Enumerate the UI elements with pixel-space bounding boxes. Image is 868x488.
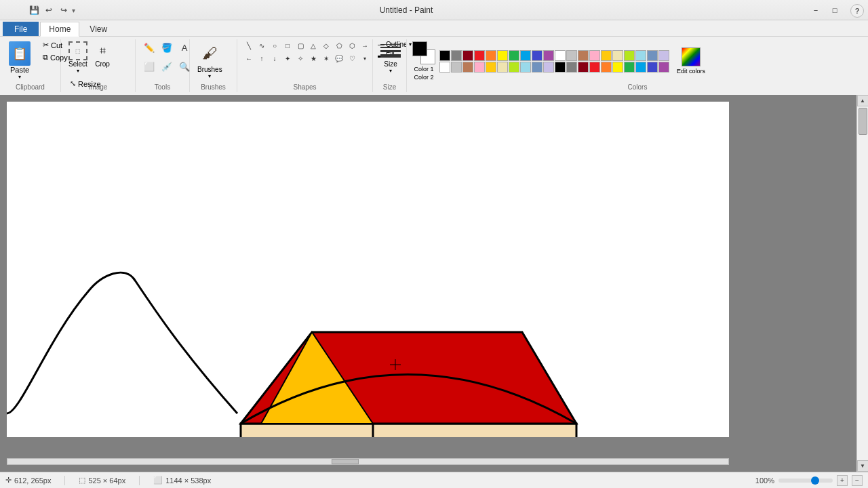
tab-home[interactable]: Home xyxy=(40,22,79,37)
hexagon-shape[interactable]: ⬡ xyxy=(346,39,358,52)
color-cell-1-14[interactable] xyxy=(601,62,612,73)
color-cell-1-6[interactable] xyxy=(509,62,519,73)
color-cell-1-11[interactable] xyxy=(566,62,577,73)
scroll-down-button[interactable]: ▼ xyxy=(857,460,869,472)
color-cell-1-15[interactable] xyxy=(612,62,623,73)
color-cell-1-19[interactable] xyxy=(658,62,669,73)
pentagon-shape[interactable]: ⬠ xyxy=(333,39,345,52)
leftarrow-shape[interactable]: ← xyxy=(243,52,255,64)
crop-button[interactable]: ⌗ Crop xyxy=(91,39,114,76)
color-cell-0-4[interactable] xyxy=(486,50,496,61)
pencil-button[interactable]: ✏️ xyxy=(141,39,157,56)
downarrow-shape[interactable]: ↓ xyxy=(269,52,281,64)
scroll-thumb[interactable] xyxy=(859,108,867,135)
eraser-button[interactable]: ⬜ xyxy=(141,58,157,75)
brushes-button[interactable]: 🖌 Brushes ▾ xyxy=(195,39,224,81)
paste-button[interactable]: 📋 Paste ▾ xyxy=(5,39,34,82)
color-picker-button[interactable]: 💉 xyxy=(159,58,175,75)
zoom-in-button[interactable]: + xyxy=(837,475,848,486)
color-cell-0-8[interactable] xyxy=(532,50,542,61)
color-cell-1-16[interactable] xyxy=(624,62,635,73)
color-cell-1-9[interactable] xyxy=(543,62,554,73)
zoom-slider[interactable] xyxy=(778,479,833,483)
star4-shape[interactable]: ✧ xyxy=(294,52,307,64)
color-cell-0-19[interactable] xyxy=(658,50,669,61)
oval-shape[interactable]: ○ xyxy=(269,39,281,52)
uparrow-shape[interactable]: ↑ xyxy=(256,52,268,64)
colors-palette xyxy=(439,50,669,73)
color-cell-0-0[interactable] xyxy=(439,50,450,61)
color-cell-0-1[interactable] xyxy=(451,50,462,61)
paste-dropdown-arrow: ▾ xyxy=(18,74,21,80)
color-cell-0-2[interactable] xyxy=(462,50,473,61)
select-button[interactable]: ⬚ Select ▾ xyxy=(66,39,90,76)
color-cell-1-7[interactable] xyxy=(520,62,531,73)
clipboard-label: Clipboard xyxy=(0,83,60,91)
color-cell-0-11[interactable] xyxy=(566,50,577,61)
color-cell-1-2[interactable] xyxy=(462,62,473,73)
color-cell-0-7[interactable] xyxy=(520,50,531,61)
color-cell-1-3[interactable] xyxy=(474,62,485,73)
tab-file[interactable]: File xyxy=(3,22,39,36)
tools-group: ✏️ 🪣 A ⬜ 💉 🔍 Tools xyxy=(136,39,190,92)
heart-shape[interactable]: ♡ xyxy=(346,52,358,64)
color-cell-1-0[interactable] xyxy=(439,62,450,73)
color-cell-0-18[interactable] xyxy=(647,50,658,61)
line-shape[interactable]: ╲ xyxy=(243,39,255,52)
save-button[interactable]: 💾 xyxy=(27,4,41,16)
color-cell-1-18[interactable] xyxy=(647,62,658,73)
callout-shape[interactable]: 💬 xyxy=(333,52,345,64)
colors-group: Color 1 Color 2 Edit colors Colors xyxy=(407,39,868,92)
color-cell-0-9[interactable] xyxy=(543,50,554,61)
color-cell-0-17[interactable] xyxy=(635,50,646,61)
more-shapes[interactable]: ▾ xyxy=(359,52,371,64)
rightarrow-shape[interactable]: → xyxy=(359,39,371,52)
color-cell-0-10[interactable] xyxy=(555,50,566,61)
color-cell-0-14[interactable] xyxy=(601,50,612,61)
star5-shape[interactable]: ★ xyxy=(307,52,319,64)
color-cell-1-17[interactable] xyxy=(635,62,646,73)
color-cell-0-13[interactable] xyxy=(589,50,600,61)
color1-box[interactable] xyxy=(412,41,427,56)
color-cell-1-4[interactable] xyxy=(486,62,496,73)
help-button[interactable]: ? xyxy=(850,4,864,18)
fill-button[interactable]: 🪣 xyxy=(159,39,175,56)
horizontal-scroll-thumb[interactable] xyxy=(332,459,359,464)
color-cell-1-1[interactable] xyxy=(451,62,462,73)
tab-view[interactable]: View xyxy=(81,22,116,36)
color-cell-0-12[interactable] xyxy=(578,50,589,61)
color-cell-1-13[interactable] xyxy=(589,62,600,73)
zoom-out-button[interactable]: − xyxy=(852,475,863,486)
minimize-button[interactable]: − xyxy=(807,3,825,17)
triangle-shape[interactable]: △ xyxy=(307,39,319,52)
rounded-rect-shape[interactable]: ▢ xyxy=(294,39,307,52)
curve-shape[interactable]: ∿ xyxy=(256,39,268,52)
4arrow-shape[interactable]: ✦ xyxy=(281,52,294,64)
edit-colors-button[interactable]: Edit colors xyxy=(673,45,709,77)
selection-size-item: ⬚ 525 × 64px xyxy=(79,476,125,485)
rect-shape[interactable]: □ xyxy=(281,39,294,52)
star6-shape[interactable]: ✶ xyxy=(320,52,332,64)
color-cell-0-5[interactable] xyxy=(497,50,508,61)
diamond-shape[interactable]: ◇ xyxy=(320,39,332,52)
canvas-container[interactable] xyxy=(0,95,856,472)
quick-access-dropdown[interactable]: ▾ xyxy=(72,7,75,14)
redo-button[interactable]: ↪ xyxy=(57,4,71,16)
scroll-up-button[interactable]: ▲ xyxy=(857,95,869,106)
undo-button[interactable]: ↩ xyxy=(42,4,56,16)
color-cell-0-16[interactable] xyxy=(624,50,635,61)
color-cell-1-12[interactable] xyxy=(578,62,589,73)
size-button[interactable]: Size ▾ xyxy=(378,39,403,76)
color-cell-1-8[interactable] xyxy=(532,62,542,73)
color-cell-1-10[interactable] xyxy=(555,62,566,73)
canvas-area[interactable] xyxy=(7,102,729,437)
color-cell-0-3[interactable] xyxy=(474,50,485,61)
horizontal-scrollbar[interactable] xyxy=(7,458,729,465)
color-cell-0-15[interactable] xyxy=(612,50,623,61)
maximize-button[interactable]: □ xyxy=(826,3,844,17)
color-cell-0-6[interactable] xyxy=(509,50,519,61)
zoom-thumb[interactable] xyxy=(811,476,819,485)
color-row-1 xyxy=(439,50,669,61)
color-cell-1-5[interactable] xyxy=(497,62,508,73)
shapes-group: ╲ ∿ ○ □ ▢ △ ◇ ⬠ ⬡ → ← ↑ ↓ ✦ ✧ ★ xyxy=(237,39,373,92)
